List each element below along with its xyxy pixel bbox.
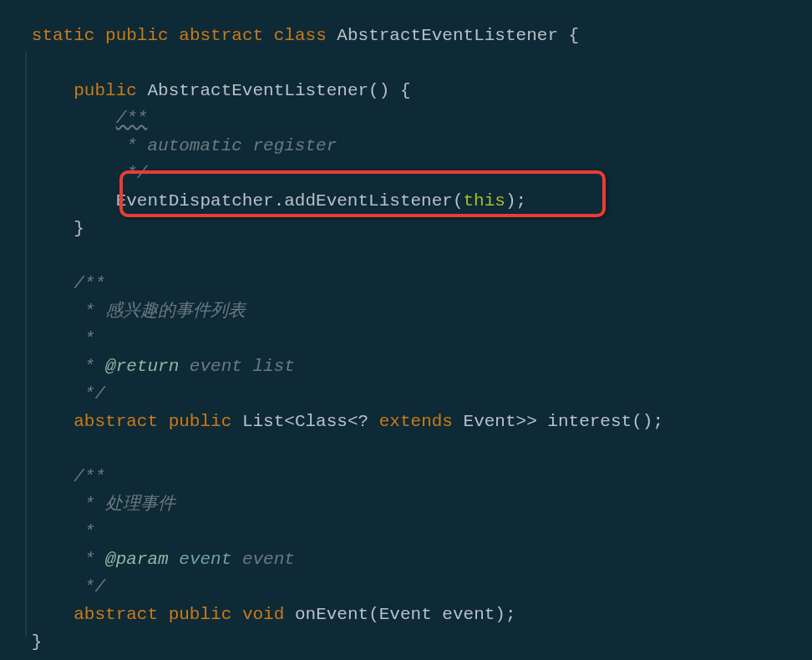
line-onevent-decl: abstract public void onEvent(Event event… [0,605,516,624]
line-comment-param: * @param event event [0,550,295,569]
line-comment-open: /** [0,467,105,486]
line-comment-close: */ [0,384,105,404]
line-comment-close: */ [0,577,105,597]
line-ctor-decl: public AbstractEventListener() { [0,81,411,100]
code-gutter-line [25,52,27,637]
line-interest-decl: abstract public List<Class<? extends Eve… [0,412,663,431]
line-comment-close: */ [0,164,147,183]
line-comment-body: * [0,522,94,541]
line-comment-open: /** [0,274,105,293]
code-block: static public abstract class AbstractEve… [0,0,812,656]
line-comment-body: * automatic register [0,136,337,155]
line-comment-body: * [0,329,94,348]
line-comment-body: * 感兴趣的事件列表 [0,302,246,321]
line-comment-open: /** [0,109,147,128]
line-ctor-close: } [0,219,84,238]
line-class-close: } [0,632,42,652]
line-class-decl: static public abstract class AbstractEve… [0,26,579,45]
line-comment-return: * @return event list [0,357,295,376]
line-highlighted-call: EventDispatcher.addEventListener(this); [0,191,526,211]
